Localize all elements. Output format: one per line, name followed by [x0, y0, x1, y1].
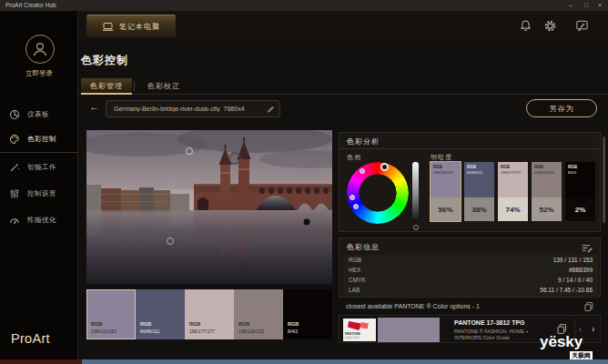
- feedback-icon[interactable]: [575, 19, 589, 33]
- pantone-logo-subtext: Digital Color: [345, 336, 360, 339]
- color-swatch[interactable]: RGB 196/177/177: [185, 289, 234, 339]
- info-row: LAB56.11 / 7.45 / -10.66: [343, 285, 598, 295]
- card-rgb-value: 8/4/3: [568, 170, 595, 175]
- swatch-rgb-label: RGB: [140, 321, 151, 327]
- sidebar-item-control-settings[interactable]: 控制设置: [0, 183, 78, 205]
- person-icon: [30, 39, 50, 59]
- hue-marker[interactable]: [350, 195, 355, 200]
- hue-wheel[interactable]: [347, 162, 409, 224]
- info-value: 56.11 / 7.45 / -10.66: [540, 287, 593, 293]
- color-info-rows: RGB139 / 131 / 153 HEX#8B8399 CMYK9 / 14…: [343, 255, 598, 296]
- save-as-button[interactable]: 另存为: [526, 99, 597, 117]
- info-row: CMYK9 / 14 / 0 / 40: [343, 275, 598, 285]
- panel-title: 色彩信息: [347, 242, 380, 252]
- value-slider-knob[interactable]: [413, 225, 419, 230]
- brightness-card[interactable]: RGB84/86/111 38%: [464, 162, 494, 221]
- yesky-watermark: yësky: [540, 333, 583, 351]
- active-tab-underline: [81, 93, 132, 95]
- hue-marker[interactable]: [353, 204, 359, 209]
- minimize-button[interactable]: –: [564, 0, 577, 11]
- card-rgb-label: RGB: [534, 165, 562, 169]
- maximize-button[interactable]: □: [580, 0, 593, 11]
- notification-bell-icon[interactable]: [519, 19, 532, 33]
- card-rgb-label: RGB: [433, 165, 461, 169]
- color-swatch[interactable]: RGB 139/126/125: [234, 289, 283, 339]
- tab-divider: [134, 81, 135, 91]
- bottom-strip-left: [0, 359, 82, 364]
- sidebar-item-label: 控制设置: [27, 189, 56, 198]
- card-rgb-label: RGB: [467, 165, 494, 169]
- page-title: 色彩控制: [81, 53, 128, 68]
- hue-marker[interactable]: [360, 168, 365, 174]
- gauge-icon: [9, 215, 20, 226]
- color-swatch[interactable]: RGB 8/4/3: [283, 289, 332, 339]
- filename-input[interactable]: [106, 100, 280, 117]
- sidebar-item-smart-work[interactable]: 智能工作: [0, 157, 78, 178]
- card-percent: 74%: [498, 197, 528, 221]
- device-tab-label: 笔记本电脑: [119, 22, 160, 32]
- color-analysis-panel: 色彩分析 色相 明暗度 RGB139/131/153 56% RGB84/86/…: [339, 132, 601, 232]
- proart-creator-hub-window: ProArt Creator Hub – □ × 笔记本电脑 立即登录: [0, 0, 608, 364]
- brightness-card[interactable]: RGB196/177/177 74%: [498, 162, 528, 221]
- topbar: 笔记本电脑: [78, 11, 608, 40]
- next-pantone-button[interactable]: ›: [592, 323, 594, 335]
- app-title: ProArt Creator Hub: [5, 0, 56, 11]
- card-percent: 56%: [431, 197, 461, 221]
- pantone-digital-color-logo: PANTONE Digital Color: [343, 318, 376, 341]
- card-rgb-value: 139/131/153: [433, 170, 461, 175]
- swatch-rgb-value: 196/177/177: [189, 329, 215, 334]
- brightness-card[interactable]: RGB139/131/153 56%: [431, 162, 461, 221]
- pantone-description: PANTONE ® FASHION, HOME + INTERIORS Colo…: [454, 329, 552, 340]
- swatch-rgb-label: RGB: [189, 321, 200, 327]
- color-info-panel: 色彩信息 RGB139 / 131 / 153 HEX#8B8399 CMYK9…: [339, 238, 601, 298]
- pantone-name: PANTONE 17-3812 TPG: [454, 319, 525, 326]
- device-tab-laptop[interactable]: 笔记本电脑: [86, 15, 176, 37]
- info-row: RGB139 / 131 / 153: [343, 255, 598, 265]
- sidebar-item-color-control[interactable]: 色彩控制: [0, 128, 78, 150]
- sidebar-divider: [0, 152, 78, 153]
- avatar[interactable]: [25, 35, 55, 64]
- brightness-card[interactable]: RGB139/126/125 52%: [532, 162, 562, 221]
- titlebar: ProArt Creator Hub – □ ×: [0, 0, 608, 11]
- color-swatch[interactable]: RGB 139/131/153: [86, 289, 136, 339]
- photo-preview[interactable]: [86, 130, 332, 284]
- pantone-header: closest available PANTONE ® Color option…: [346, 303, 480, 309]
- card-rgb-value: 196/177/177: [501, 170, 528, 175]
- sidebar-item-dashboard[interactable]: 仪表板: [0, 104, 78, 126]
- value-slider[interactable]: [412, 162, 419, 222]
- pantone-header-row: closest available PANTONE ® Color option…: [339, 301, 601, 313]
- tab-color-management[interactable]: 色彩管理: [81, 78, 132, 94]
- card-rgb-value: 139/126/125: [534, 170, 562, 175]
- login-button[interactable]: 立即登录: [0, 69, 78, 78]
- hue-label: 色相: [347, 153, 361, 162]
- back-button[interactable]: ←: [89, 101, 99, 112]
- info-label: CMYK: [349, 277, 366, 283]
- tab-color-calibration[interactable]: 色彩校正: [138, 78, 189, 94]
- card-percent: 52%: [532, 197, 562, 221]
- color-swatch[interactable]: RGB 84/86/111: [136, 289, 185, 339]
- settings-gear-icon[interactable]: [543, 19, 557, 33]
- card-percent: 38%: [464, 197, 494, 221]
- sidebar-item-performance[interactable]: 性能优化: [0, 209, 78, 231]
- scrollbar[interactable]: [603, 136, 605, 223]
- card-rgb-value: 84/86/111: [467, 170, 494, 175]
- edit-pencil-icon[interactable]: [267, 104, 276, 113]
- panel-divider: [339, 148, 600, 149]
- info-value: #8B8399: [569, 267, 593, 273]
- hue-ring[interactable]: [347, 162, 409, 224]
- tabs-border: [78, 94, 608, 95]
- pantone-swatch: [378, 318, 440, 342]
- hue-marker-selected[interactable]: [380, 163, 389, 171]
- card-rgb-label: RGB: [501, 165, 528, 169]
- swatch-rgb-value: 139/131/153: [91, 329, 117, 334]
- info-label: LAB: [349, 287, 360, 293]
- sliders-icon: [9, 188, 20, 199]
- close-button[interactable]: ×: [593, 0, 606, 11]
- swatch-rgb-value: 8/4/3: [288, 329, 298, 334]
- swatch-rgb-label: RGB: [288, 321, 299, 327]
- edit-list-icon[interactable]: [581, 242, 593, 254]
- sidebar-item-label: 智能工作: [27, 163, 56, 172]
- copy-icon[interactable]: [583, 301, 595, 313]
- palette-icon: [9, 134, 20, 145]
- brightness-card[interactable]: RGB8/4/3 2%: [565, 162, 595, 221]
